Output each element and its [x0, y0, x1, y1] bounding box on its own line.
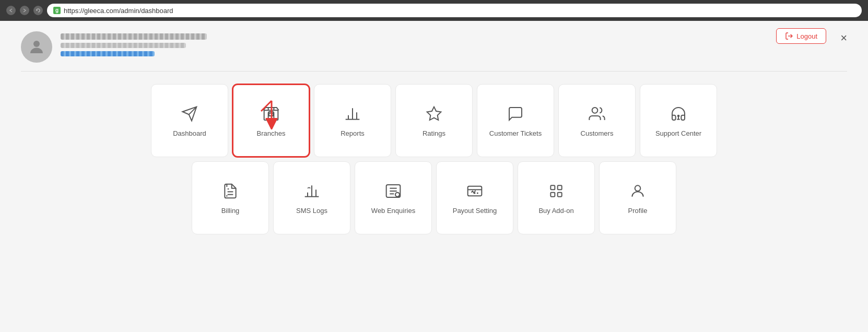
billing-label: Billing	[221, 207, 240, 215]
user-section	[21, 31, 847, 72]
dashboard-label: Dashboard	[173, 129, 206, 137]
menu-card-customer-tickets[interactable]: Customer Tickets	[477, 84, 554, 157]
user-name	[61, 33, 207, 40]
menu-card-web-enquiries[interactable]: Web Enquiries	[355, 161, 432, 234]
menu-card-payout-setting[interactable]: Payout Setting	[436, 161, 513, 234]
payout-icon	[465, 182, 484, 200]
paper-plane-icon	[180, 104, 199, 123]
close-button[interactable]: ×	[840, 31, 847, 45]
reports-label: Reports	[341, 129, 365, 137]
profile-label: Profile	[628, 207, 648, 215]
chat-bubble-icon	[506, 104, 525, 123]
svg-marker-14	[427, 106, 441, 120]
star-icon	[425, 104, 443, 123]
ratings-label: Ratings	[423, 129, 445, 137]
sms-logs-label: SMS Logs	[296, 207, 327, 215]
user-info	[61, 31, 207, 56]
main-content: × Logout	[0, 21, 868, 332]
menu-row-2: Billing SMS Logs Web Enquiries Payout Se…	[21, 161, 847, 234]
bar-chart-icon	[343, 104, 362, 123]
back-button[interactable]	[6, 6, 16, 15]
web-enquiries-label: Web Enquiries	[371, 207, 415, 215]
web-list-icon	[384, 182, 403, 200]
menu-card-sms-logs[interactable]: SMS Logs	[273, 161, 350, 234]
menu-grid: Dashboard Branches	[21, 84, 847, 234]
menu-card-billing[interactable]: Billing	[192, 161, 269, 234]
logout-label: Logout	[796, 32, 817, 40]
menu-card-ratings[interactable]: Ratings	[395, 84, 473, 157]
menu-card-reports[interactable]: Reports	[314, 84, 391, 157]
menu-card-support-center[interactable]: Support Center	[640, 84, 717, 157]
users-icon	[588, 104, 606, 123]
url-text: https://gleeca.com/admin/dashboard	[64, 7, 173, 15]
buy-addon-label: Buy Add-on	[538, 207, 573, 215]
customers-label: Customers	[581, 129, 614, 137]
svg-point-18	[592, 108, 598, 113]
customer-tickets-label: Customer Tickets	[489, 129, 542, 137]
support-center-label: Support Center	[655, 129, 701, 137]
user-link	[61, 51, 155, 56]
payout-setting-label: Payout Setting	[453, 207, 497, 215]
svg-rect-39	[558, 192, 562, 196]
menu-card-dashboard[interactable]: Dashboard	[151, 84, 228, 157]
browser-chrome: g https://gleeca.com/admin/dashboard	[0, 0, 868, 21]
svg-rect-38	[550, 192, 555, 196]
svg-rect-36	[550, 185, 555, 189]
arrow-indicator	[256, 98, 287, 132]
logout-button[interactable]: Logout	[776, 28, 826, 44]
menu-card-customers[interactable]: Customers	[558, 84, 636, 157]
addon-icon	[547, 182, 566, 200]
svg-line-3	[261, 101, 272, 111]
menu-row-1: Dashboard Branches	[21, 84, 847, 157]
address-bar[interactable]: g https://gleeca.com/admin/dashboard	[47, 4, 862, 17]
menu-card-buy-addon[interactable]: Buy Add-on	[518, 161, 595, 234]
refresh-button[interactable]	[33, 6, 43, 15]
avatar	[21, 31, 52, 63]
menu-card-profile[interactable]: Profile	[599, 161, 676, 234]
svg-rect-37	[558, 185, 562, 189]
sms-chart-icon	[302, 182, 321, 200]
svg-point-19	[678, 115, 679, 116]
headset-icon	[669, 104, 688, 123]
svg-point-40	[635, 185, 641, 191]
favicon: g	[53, 7, 61, 14]
svg-point-1	[33, 41, 40, 47]
profile-person-icon	[628, 182, 647, 200]
svg-line-33	[398, 195, 400, 196]
avatar-icon	[27, 38, 46, 56]
forward-button[interactable]	[20, 6, 29, 15]
receipt-icon	[221, 182, 240, 200]
user-email	[61, 43, 186, 48]
